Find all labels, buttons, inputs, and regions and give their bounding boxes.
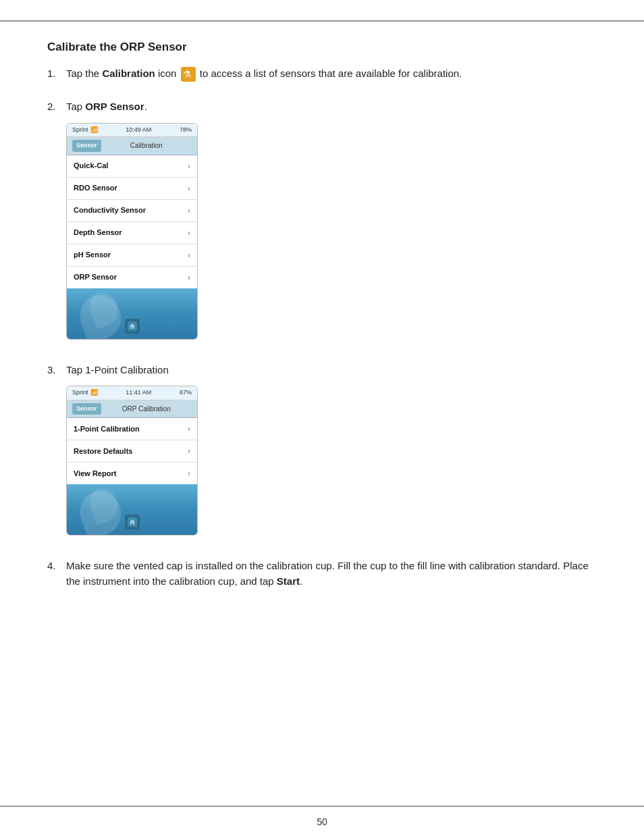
svg-marker-0	[130, 323, 135, 329]
step-2-text: Tap ORP Sensor.	[66, 99, 597, 115]
list-item-depth-sensor[interactable]: Depth Sensor ›	[67, 222, 197, 244]
step-1-text: Tap the Calibration icon to access a lis…	[66, 66, 597, 82]
step-2-content: Tap ORP Sensor. Sprint 📶 10:49 AM 78%	[66, 99, 597, 352]
list-item-orp-sensor[interactable]: ORP Sensor ›	[67, 267, 197, 288]
chevron-icon: ›	[188, 271, 190, 284]
step-1-number: 1.	[47, 66, 66, 82]
phone2-battery: 67%	[180, 388, 192, 398]
step-3-text: Tap 1-Point Calibration	[66, 363, 597, 378]
step-4-number: 4.	[47, 558, 66, 574]
phone-mockup-1: Sprint 📶 10:49 AM 78% Sensor Calibration	[66, 123, 198, 340]
phone2-back-button[interactable]: Sensor	[72, 403, 101, 415]
step-3: 3. Tap 1-Point Calibration Sprint 📶 11:4…	[47, 363, 597, 548]
chevron-icon: ›	[188, 160, 190, 172]
phone1-time: 10:49 AM	[126, 126, 151, 135]
chevron-icon: ›	[188, 182, 190, 194]
home-button[interactable]	[125, 515, 140, 529]
chevron-icon: ›	[188, 227, 190, 239]
phone1-nav-title: Calibration	[101, 140, 192, 151]
list-item-ph-sensor[interactable]: pH Sensor ›	[67, 244, 197, 267]
chevron-icon: ›	[188, 445, 190, 457]
list-item-1point-cal[interactable]: 1-Point Calibration ›	[67, 418, 197, 440]
step-4: 4. Make sure the vented cap is installed…	[47, 558, 597, 596]
phone2-list: 1-Point Calibration › Restore Defaults ›…	[67, 418, 197, 484]
list-item-view-report[interactable]: View Report ›	[67, 463, 197, 484]
step-2-number: 2.	[47, 99, 66, 115]
phone1-battery: 78%	[180, 126, 192, 135]
home-button[interactable]	[125, 319, 140, 334]
bottom-border	[0, 806, 644, 807]
chevron-icon: ›	[188, 467, 190, 479]
top-border	[0, 20, 644, 22]
step-3-number: 3.	[47, 363, 66, 378]
chevron-icon: ›	[188, 423, 190, 435]
calibration-icon	[181, 67, 196, 82]
list-item-restore-defaults[interactable]: Restore Defaults ›	[67, 440, 197, 463]
phone2-bottom-area	[67, 484, 197, 535]
phone1-status-bar: Sprint 📶 10:49 AM 78%	[67, 124, 197, 138]
step-1: 1. Tap the Calibration icon to access a …	[47, 66, 597, 88]
chevron-icon: ›	[188, 205, 190, 217]
step-1-content: Tap the Calibration icon to access a lis…	[66, 66, 597, 88]
phone1-bottom-area	[67, 288, 197, 339]
phone1-list: Quick-Cal › RDO Sensor › Conductivity Se…	[67, 155, 197, 288]
phone1-carrier: Sprint	[72, 126, 88, 135]
wifi-icon: 📶	[90, 388, 98, 398]
step-4-text: Make sure the vented cap is installed on…	[66, 558, 597, 589]
phone-mockup-2: Sprint 📶 11:41 AM 67% Sensor ORP Calibra…	[66, 386, 198, 536]
step-2: 2. Tap ORP Sensor. Sprint 📶 10:49 AM 78%	[47, 99, 597, 352]
list-item-conductivity-sensor[interactable]: Conductivity Sensor ›	[67, 200, 197, 222]
svg-marker-1	[130, 519, 135, 525]
chevron-icon: ›	[188, 249, 190, 261]
list-item-rdo-sensor[interactable]: RDO Sensor ›	[67, 178, 197, 200]
home-icon	[129, 519, 136, 525]
step-list: 1. Tap the Calibration icon to access a …	[47, 66, 597, 596]
phone2-nav: Sensor ORP Calibration	[67, 400, 197, 419]
phone1-back-button[interactable]: Sensor	[72, 140, 101, 152]
list-item-quick-cal[interactable]: Quick-Cal ›	[67, 155, 197, 178]
phone2-time: 11:41 AM	[126, 388, 151, 398]
phone1-nav: Sensor Calibration	[67, 137, 197, 155]
step-4-content: Make sure the vented cap is installed on…	[66, 558, 597, 596]
phone2-nav-title: ORP Calibration	[101, 404, 192, 414]
phone2-carrier: Sprint	[72, 388, 88, 398]
section-title: Calibrate the ORP Sensor	[47, 41, 597, 54]
home-icon	[129, 323, 136, 330]
wifi-icon: 📶	[90, 126, 98, 135]
page-number: 50	[0, 816, 644, 827]
phone2-status-bar: Sprint 📶 11:41 AM 67%	[67, 386, 197, 400]
step-3-content: Tap 1-Point Calibration Sprint 📶 11:41 A…	[66, 363, 597, 548]
